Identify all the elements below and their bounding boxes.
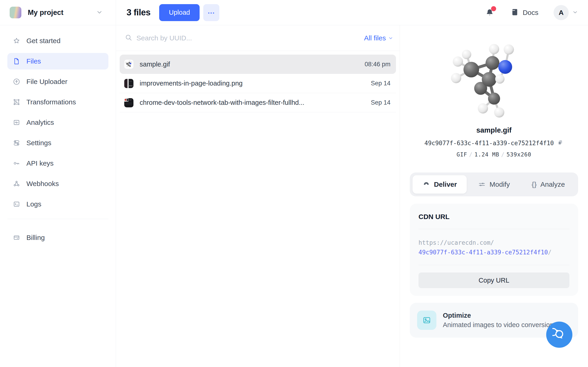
optimize-title: Optimize — [443, 312, 553, 319]
sidebar-item-api-keys[interactable]: API keys — [7, 155, 108, 172]
search-input[interactable] — [137, 34, 364, 42]
cdn-url-uuid: 49c9077f-633c-4f11-a339-ce75212f4f10 — [418, 249, 548, 256]
search-row: All files — [116, 25, 400, 51]
filter-chevron-down-icon — [388, 35, 394, 42]
sidebar-item-label: Billing — [26, 234, 45, 242]
file-thumbnail-screenshot — [124, 79, 133, 88]
tab-deliver[interactable]: Deliver — [413, 175, 467, 194]
tab-label: Analyze — [540, 181, 565, 188]
sliders-icon — [478, 181, 486, 188]
cdn-url-base: https://ucarecdn.com/ — [418, 239, 494, 246]
docs-link[interactable]: Docs — [511, 8, 538, 17]
file-name: chrome-dev-tools-network-tab-with-images… — [140, 99, 365, 106]
detail-filename: sample.gif — [476, 126, 511, 134]
cdn-url-heading: CDN URL — [418, 213, 569, 221]
notification-dot — [491, 6, 496, 11]
sidebar-item-get-started[interactable]: Get started — [7, 33, 108, 49]
help-chat-button[interactable] — [546, 322, 572, 348]
main-area: 3 files Upload ... Docs A — [116, 0, 588, 367]
sidebar-item-transformations[interactable]: Transformations — [7, 94, 108, 110]
file-row-chrome-dev-tools[interactable]: chrome-dev-tools-network-tab-with-images… — [120, 93, 396, 112]
search-icon — [125, 34, 132, 42]
docs-label: Docs — [523, 9, 538, 17]
project-name: My project — [28, 8, 96, 17]
cdn-dome-icon — [422, 181, 430, 188]
sidebar-item-label: Analytics — [26, 119, 54, 126]
transform-icon — [13, 98, 20, 106]
file-filter-dropdown[interactable]: All files — [364, 34, 394, 42]
sidebar-item-files[interactable]: Files — [7, 53, 108, 69]
file-row-sample-gif[interactable]: sample.gif 08:46 pm — [120, 55, 396, 74]
optimize-subtitle: Animated images to video conversion — [443, 321, 553, 329]
file-rows: sample.gif 08:46 pm improvements-in-page… — [116, 51, 400, 112]
sidebar-item-logs[interactable]: Logs — [7, 196, 108, 212]
topbar: 3 files Upload ... Docs A — [116, 0, 588, 25]
project-switcher[interactable]: My project — [0, 0, 116, 25]
copy-uuid-icon[interactable] — [557, 140, 563, 147]
cdn-url-trailing-slash: / — [548, 249, 552, 256]
braces-icon: {} — [531, 181, 537, 188]
sidebar-item-settings[interactable]: Settings — [7, 135, 108, 151]
book-icon — [511, 8, 519, 17]
sidebar-item-label: Files — [26, 57, 41, 65]
project-logo — [10, 7, 21, 18]
divider — [418, 229, 569, 229]
file-uuid: 49c9077f-633c-4f11-a339-ce75212f4f10 — [424, 140, 554, 147]
meta-dimensions: 539x260 — [506, 151, 531, 158]
more-actions-button[interactable]: ... — [203, 4, 219, 21]
sidebar-item-label: API keys — [26, 159, 53, 167]
meta-format: GIF — [457, 151, 467, 158]
cdn-url-card: CDN URL https://ucarecdn.com/ 49c9077f-6… — [410, 204, 578, 296]
content: All files sample.gif 08:46 pm — [116, 25, 588, 367]
divider — [418, 265, 569, 265]
sidebar-item-label: Logs — [26, 200, 41, 208]
tab-label: Deliver — [434, 181, 457, 188]
account-chevron-down-icon[interactable] — [572, 9, 578, 16]
avatar[interactable]: A — [553, 5, 569, 20]
file-preview-image — [445, 40, 544, 123]
sidebar-item-analytics[interactable]: Analytics — [7, 114, 108, 131]
sidebar-item-label: Transformations — [26, 98, 76, 106]
file-meta: GIF/1.24 MB/539x260 — [457, 151, 531, 158]
file-icon — [13, 58, 20, 65]
file-thumbnail-molecule — [124, 60, 133, 69]
image-icon — [417, 311, 436, 330]
copy-url-button[interactable]: Copy URL — [418, 273, 569, 288]
analytics-icon — [13, 119, 20, 126]
key-icon — [13, 160, 20, 167]
webhook-icon — [13, 180, 20, 187]
terminal-icon — [13, 200, 20, 208]
file-name: sample.gif — [140, 60, 359, 68]
files-count: 3 files — [127, 8, 150, 17]
sidebar-item-label: Get started — [26, 37, 61, 45]
file-row-improvements-png[interactable]: improvements-in-page-loading.png Sep 14 — [120, 74, 396, 93]
optimize-text: Optimize Animated images to video conver… — [443, 312, 553, 329]
sidebar: My project Get started Files — [0, 0, 116, 367]
tab-modify[interactable]: Modify — [467, 175, 521, 194]
cdn-url-value[interactable]: https://ucarecdn.com/ 49c9077f-633c-4f11… — [418, 238, 569, 257]
upload-button[interactable]: Upload — [159, 4, 199, 21]
meta-size: 1.24 MB — [475, 151, 499, 158]
file-name: improvements-in-page-loading.png — [140, 80, 365, 87]
sidebar-item-file-uploader[interactable]: File Uploader — [7, 73, 108, 90]
chat-bubble-icon — [552, 327, 566, 342]
sidebar-item-webhooks[interactable]: Webhooks — [7, 175, 108, 192]
star-icon — [13, 37, 20, 44]
credit-card-icon — [13, 234, 20, 241]
meta-separator: / — [499, 151, 506, 158]
file-date: Sep 14 — [371, 99, 390, 106]
upload-circle-icon — [13, 78, 20, 85]
detail-tabbar: Deliver Modify {} Analyze — [410, 173, 578, 196]
sidebar-item-billing[interactable]: Billing — [7, 229, 108, 246]
tab-label: Modify — [489, 181, 510, 188]
file-list-pane: All files sample.gif 08:46 pm — [116, 25, 400, 367]
sidebar-item-label: Settings — [26, 139, 51, 147]
file-thumbnail-screenshot — [124, 98, 133, 107]
filter-label: All files — [364, 34, 386, 42]
bell-icon — [485, 15, 494, 18]
sidebar-item-label: File Uploader — [26, 78, 67, 85]
notifications-button[interactable] — [485, 8, 494, 18]
tab-analyze[interactable]: {} Analyze — [521, 175, 575, 194]
meta-separator: / — [467, 151, 474, 158]
sidebar-item-label: Webhooks — [26, 180, 59, 188]
